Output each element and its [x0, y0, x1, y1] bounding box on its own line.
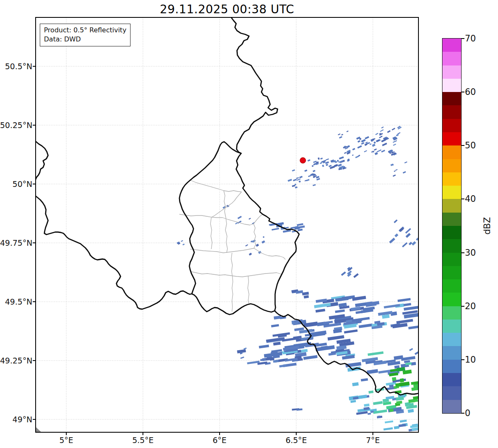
colorbar-segment: [442, 172, 461, 186]
colorbar-segment: [442, 320, 461, 333]
colorbar-tick-mark: [462, 92, 464, 92]
colorbar-tick-mark: [462, 359, 464, 360]
colorbar-segment: [442, 373, 461, 386]
colorbar-tick-label: 10: [465, 355, 476, 365]
plot-background: [36, 17, 418, 432]
colorbar-segment: [442, 186, 461, 199]
legend-box: Product: 0.5° Reflectivity Data: DWD: [40, 24, 131, 46]
colorbar-segment: [442, 39, 461, 52]
colorbar-segment: [442, 239, 461, 252]
colorbar-segment: [442, 253, 461, 266]
colorbar-segment: [442, 226, 461, 239]
colorbar-tick-mark: [462, 252, 464, 253]
x-tick-label: 5.5°E: [126, 436, 160, 445]
colorbar-tick-mark: [462, 145, 464, 146]
map-canvas: [0, 0, 498, 448]
legend-product-line: Product: 0.5° Reflectivity: [44, 26, 126, 35]
colorbar-segment: [442, 65, 461, 79]
radar-cell: [377, 416, 381, 419]
colorbar-segment: [442, 386, 461, 400]
y-tick-label: 50°N: [0, 179, 32, 189]
colorbar-segment: [442, 132, 461, 145]
colorbar-segment: [442, 199, 461, 212]
y-tick-label: 49.75°N: [0, 238, 32, 247]
colorbar-tick-label: 40: [465, 194, 476, 204]
colorbar-tick-mark: [462, 199, 464, 199]
colorbar-segment: [442, 306, 461, 320]
colorbar-segment: [442, 92, 461, 105]
x-tick-label: 5°E: [50, 436, 83, 445]
colorbar-segment: [442, 79, 461, 92]
colorbar-segment: [442, 105, 461, 119]
radar-map-figure: 29.11.2025 00:38 UTC Product: 0.5° Refle…: [0, 0, 498, 448]
y-tick-label: 50.5°N: [0, 62, 32, 71]
colorbar-tick-label: 30: [465, 248, 476, 258]
colorbar-segment: [442, 400, 461, 413]
radar-cell: [400, 378, 404, 383]
colorbar-segment: [442, 266, 461, 279]
colorbar-segment: [442, 145, 461, 159]
colorbar-tick-mark: [462, 413, 464, 414]
colorbar-tick-label: 50: [465, 140, 476, 150]
colorbar-axis-label: dBZ: [477, 216, 497, 236]
colorbar: [442, 38, 462, 414]
colorbar-segment: [442, 360, 461, 373]
y-tick-label: 49.25°N: [0, 356, 32, 365]
x-tick-label: 6°E: [203, 436, 236, 445]
colorbar-tick-mark: [462, 306, 464, 307]
colorbar-tick-mark: [462, 38, 464, 39]
radar-cell: [370, 411, 374, 413]
radar-cell: [396, 384, 400, 387]
colorbar-segment: [442, 119, 461, 132]
radar-cell: [392, 377, 396, 381]
x-tick-label: 6.5°E: [280, 436, 313, 445]
colorbar-tick-label: 70: [465, 34, 476, 44]
colorbar-segment: [442, 213, 461, 226]
colorbar-segment: [442, 293, 461, 306]
colorbar-segment: [442, 279, 461, 293]
colorbar-segment: [442, 52, 461, 65]
x-tick-label: 7°E: [356, 436, 389, 445]
radar-site-marker: [300, 157, 306, 163]
colorbar-tick-label: 20: [465, 301, 476, 311]
y-tick-label: 49°N: [0, 415, 32, 424]
colorbar-segment: [442, 346, 461, 359]
colorbar-tick-label: 60: [465, 87, 476, 97]
y-tick-label: 49.5°N: [0, 297, 32, 306]
colorbar-segment: [442, 159, 461, 172]
colorbar-segment: [442, 333, 461, 346]
colorbar-tick-label: 0: [465, 408, 470, 418]
y-tick-label: 50.25°N: [0, 121, 32, 130]
legend-data-line: Data: DWD: [44, 35, 126, 44]
